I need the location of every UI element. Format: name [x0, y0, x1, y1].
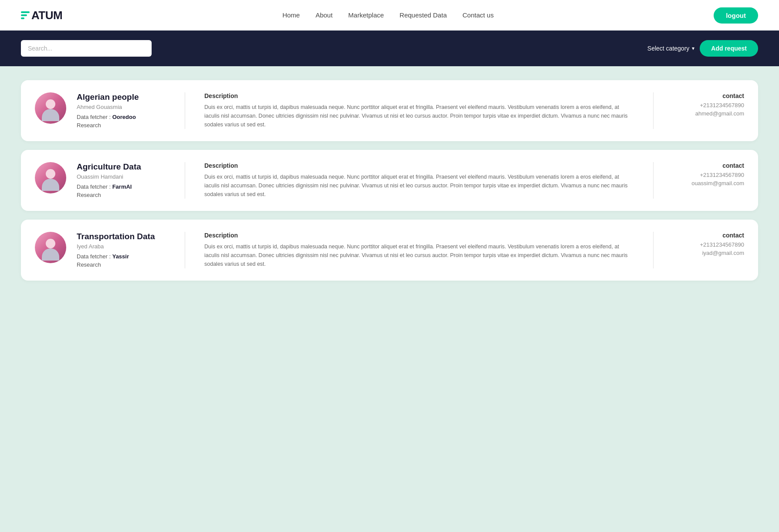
card-agriculture-data: Agriculture Data Ouassim Hamdani Data fe… — [21, 150, 758, 211]
nav-about[interactable]: About — [315, 11, 332, 19]
card-tag-2: Research — [77, 192, 173, 198]
nav-marketplace[interactable]: Marketplace — [348, 11, 384, 19]
avatar-3 — [35, 232, 66, 263]
nav-requested-data[interactable]: Requested Data — [400, 11, 447, 19]
search-input[interactable] — [21, 40, 152, 57]
avatar — [35, 92, 66, 124]
divider-v2-1 — [653, 92, 654, 129]
logo-icon — [21, 11, 30, 19]
contact-label-2: contact — [722, 162, 744, 169]
nav-links: Home About Marketplace Requested Data Co… — [282, 11, 494, 19]
divider-2 — [185, 162, 185, 199]
card-title-2: Agriculture Data — [77, 162, 173, 172]
logo: ATUM — [21, 9, 62, 22]
card-title-1: Algerian people — [77, 92, 173, 102]
card-left-2: Agriculture Data Ouassim Hamdani Data fe… — [77, 162, 173, 198]
card-tag-1: Research — [77, 122, 173, 129]
card-left-3: Transportation Data Iyed Araba Data fetc… — [77, 232, 173, 268]
card-author-1: Ahmed Gouasmia — [77, 104, 173, 110]
right-controls: Select category ▾ Add request — [647, 40, 758, 57]
card-contact-3: contact +2131234567890 iyad@gmail.com — [666, 232, 744, 256]
card-author-2: Ouassim Hamdani — [77, 173, 173, 180]
logout-button[interactable]: logout — [714, 7, 758, 24]
card-title-3: Transportation Data — [77, 232, 173, 241]
card-left-1: Algerian people Ahmed Gouasmia Data fetc… — [77, 92, 173, 129]
card-description-1: Description Duis ex orci, mattis ut turp… — [197, 92, 641, 129]
desc-text-1: Duis ex orci, mattis ut turpis id, dapib… — [204, 103, 634, 129]
card-description-3: Description Duis ex orci, mattis ut turp… — [197, 232, 641, 268]
desc-text-3: Duis ex orci, mattis ut turpis id, dapib… — [204, 242, 634, 268]
desc-text-2: Duis ex orci, mattis ut turpis id, dapib… — [204, 173, 634, 199]
card-transportation-data: Transportation Data Iyed Araba Data fetc… — [21, 220, 758, 281]
main-content: Algerian people Ahmed Gouasmia Data fetc… — [0, 66, 779, 295]
contact-label-3: contact — [722, 232, 744, 239]
divider-v2-3 — [653, 232, 654, 268]
card-contact-2: contact +2131234567890 ouassim@gmail.com — [666, 162, 744, 186]
contact-phone-2: +2131234567890 — [700, 172, 744, 178]
desc-title-3: Description — [204, 232, 634, 239]
card-fetcher-2: Data fetcher : FarmAI — [77, 183, 173, 190]
category-select-wrapper: Select category ▾ — [647, 45, 695, 52]
card-algerian-people: Algerian people Ahmed Gouasmia Data fetc… — [21, 80, 758, 141]
card-author-3: Iyed Araba — [77, 243, 173, 250]
contact-email-3: iyad@gmail.com — [702, 250, 744, 256]
contact-phone-3: +2131234567890 — [700, 241, 744, 248]
divider-1 — [185, 92, 185, 129]
logo-text: ATUM — [31, 9, 62, 22]
card-tag-3: Research — [77, 261, 173, 268]
search-input-wrapper — [21, 40, 152, 57]
nav-home[interactable]: Home — [282, 11, 300, 19]
desc-title-1: Description — [204, 92, 634, 99]
chevron-down-icon: ▾ — [692, 45, 694, 51]
navbar: ATUM Home About Marketplace Requested Da… — [0, 0, 779, 30]
divider-v2-2 — [653, 162, 654, 199]
contact-label-1: contact — [722, 92, 744, 99]
contact-phone-1: +2131234567890 — [700, 102, 744, 108]
divider-3 — [185, 232, 185, 268]
avatar-2 — [35, 162, 66, 193]
add-request-button[interactable]: Add request — [700, 40, 758, 57]
nav-contact-us[interactable]: Contact us — [462, 11, 494, 19]
search-bar-section: Select category ▾ Add request — [0, 30, 779, 66]
desc-title-2: Description — [204, 162, 634, 169]
card-fetcher-1: Data fetcher : Ooredoo — [77, 114, 173, 120]
card-fetcher-3: Data fetcher : Yassir — [77, 253, 173, 260]
card-contact-1: contact +2131234567890 ahmed@gmail.com — [666, 92, 744, 117]
contact-email-1: ahmed@gmail.com — [695, 110, 744, 117]
category-label: Select category — [647, 45, 690, 52]
card-description-2: Description Duis ex orci, mattis ut turp… — [197, 162, 641, 199]
contact-email-2: ouassim@gmail.com — [691, 180, 744, 186]
